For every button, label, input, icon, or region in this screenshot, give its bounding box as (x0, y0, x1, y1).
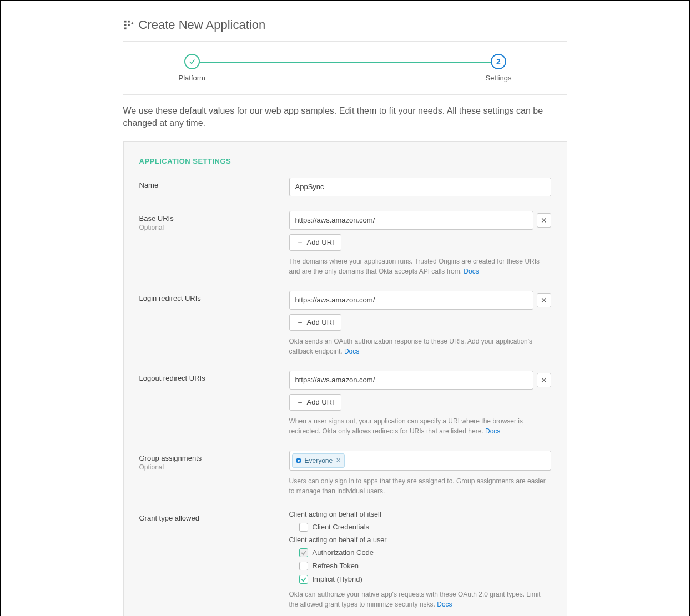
page-title: Create New Application (139, 18, 266, 32)
field-login-uris: Login redirect URIs ✕ ＋ Add URI Okta s (139, 291, 551, 356)
remove-uri-button[interactable]: ✕ (537, 213, 551, 228)
checkbox-label: Implicit (Hybrid) (313, 575, 362, 583)
intro-text: We use these default values for our web … (123, 105, 567, 130)
step-settings[interactable]: 2 Settings (486, 54, 512, 82)
add-uri-label: Add URI (307, 398, 334, 406)
add-uri-label: Add URI (307, 318, 334, 326)
checkbox (299, 548, 308, 557)
close-icon: ✕ (541, 296, 547, 305)
step-platform[interactable]: Platform (179, 54, 205, 82)
apps-grid-icon (123, 19, 134, 31)
svg-rect-6 (132, 22, 132, 24)
field-name: Name (139, 178, 551, 196)
helper-text: Users can only sign in to apps that they… (289, 476, 551, 496)
login-uri-input[interactable] (289, 291, 533, 310)
checkbox[interactable] (299, 575, 308, 584)
plus-icon: ＋ (296, 238, 304, 248)
field-sublabel: Optional (139, 463, 289, 471)
group-assign-input[interactable]: Everyone ✕ (289, 451, 551, 471)
plus-icon: ＋ (296, 317, 304, 327)
checkbox-label: Client Credentials (313, 523, 370, 531)
svg-rect-0 (124, 21, 126, 23)
add-logout-uri-button[interactable]: ＋ Add URI (289, 394, 341, 411)
name-input[interactable] (289, 178, 551, 196)
helper-text: Okta can authorize your native app's req… (289, 589, 551, 609)
field-group-assignments: Group assignments Optional Everyone ✕ Us… (139, 451, 551, 496)
docs-link[interactable]: Docs (485, 427, 500, 435)
svg-rect-3 (128, 24, 130, 26)
remove-tag-icon[interactable]: ✕ (336, 457, 341, 464)
step-indicator-done (184, 54, 200, 69)
wizard-stepper: Platform 2 Settings (123, 42, 567, 95)
grant-group-title: Client acting on behalf of a user (289, 536, 551, 544)
stepper-line (195, 62, 495, 63)
grant-option-refresh-token[interactable]: Refresh Token (299, 562, 551, 570)
group-tag-label: Everyone (305, 457, 333, 464)
docs-link[interactable]: Docs (464, 267, 479, 275)
svg-rect-4 (124, 28, 126, 30)
field-label: Grant type allowed (139, 514, 289, 522)
field-grant-type: Grant type allowed Client acting on beha… (139, 511, 551, 609)
field-label: Logout redirect URIs (139, 374, 289, 382)
field-label: Group assignments (139, 454, 289, 462)
field-label: Base URIs (139, 214, 289, 223)
svg-rect-1 (128, 21, 130, 23)
field-sublabel: Optional (139, 224, 289, 231)
step-label: Platform (179, 74, 205, 82)
grant-option-authorization-code: Authorization Code (299, 548, 551, 557)
helper-text: The domains where your application runs.… (289, 256, 551, 276)
base-uri-input[interactable] (289, 211, 533, 230)
group-tag[interactable]: Everyone ✕ (292, 453, 345, 468)
grant-option-implicit-hybrid[interactable]: Implicit (Hybrid) (299, 575, 551, 584)
svg-rect-2 (124, 24, 126, 26)
close-icon: ✕ (541, 216, 547, 225)
add-login-uri-button[interactable]: ＋ Add URI (289, 314, 341, 331)
docs-link[interactable]: Docs (437, 600, 452, 608)
docs-link[interactable]: Docs (344, 347, 359, 355)
checkbox[interactable] (299, 523, 308, 532)
checkbox-label: Refresh Token (313, 562, 359, 570)
group-icon (296, 458, 301, 463)
close-icon: ✕ (541, 376, 547, 385)
add-base-uri-button[interactable]: ＋ Add URI (289, 234, 341, 251)
step-label: Settings (486, 74, 512, 82)
remove-uri-button[interactable]: ✕ (537, 373, 551, 387)
field-logout-uris: Logout redirect URIs ✕ ＋ Add URI When (139, 371, 551, 436)
grant-option-client-credentials[interactable]: Client Credentials (299, 523, 551, 532)
helper-text: Okta sends an OAuth authorization respon… (289, 336, 551, 356)
field-label: Login redirect URIs (139, 294, 289, 302)
logout-uri-input[interactable] (289, 371, 533, 390)
field-base-uris: Base URIs Optional ✕ ＋ Add URI (139, 211, 551, 276)
settings-card: APPLICATION SETTINGS Name Base URIs Opti… (123, 141, 567, 616)
checkbox-label: Authorization Code (313, 548, 374, 557)
grant-group-title: Client acting on behalf of itself (289, 511, 551, 518)
remove-uri-button[interactable]: ✕ (537, 293, 551, 307)
checkbox[interactable] (299, 562, 308, 570)
step-indicator-active: 2 (491, 54, 506, 69)
add-uri-label: Add URI (307, 238, 334, 246)
helper-text: When a user signs out, your application … (289, 416, 551, 436)
plus-icon: ＋ (296, 397, 304, 407)
section-heading: APPLICATION SETTINGS (139, 157, 551, 165)
field-label: Name (139, 181, 289, 189)
page-header: Create New Application (123, 18, 567, 42)
